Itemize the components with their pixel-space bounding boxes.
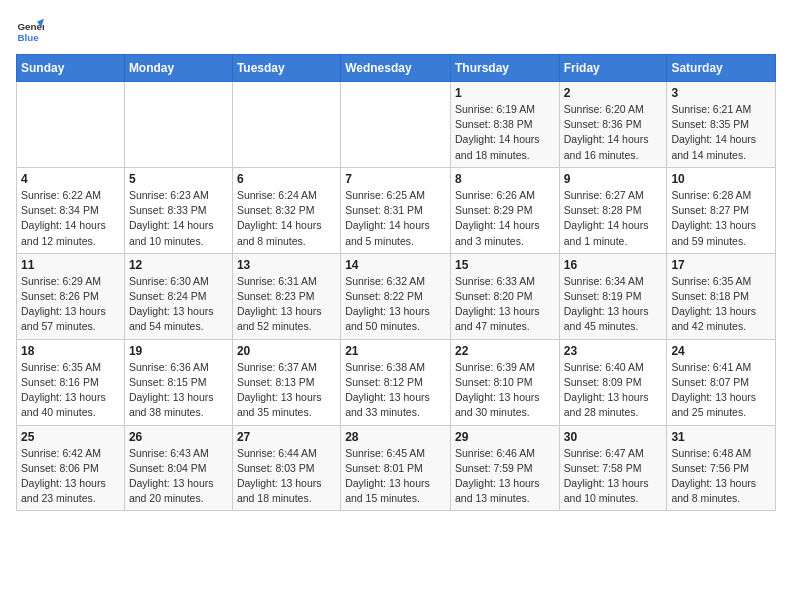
- calendar-cell: 15Sunrise: 6:33 AM Sunset: 8:20 PM Dayli…: [450, 253, 559, 339]
- day-number: 15: [455, 258, 555, 272]
- day-info: Sunrise: 6:48 AM Sunset: 7:56 PM Dayligh…: [671, 446, 771, 507]
- calendar-cell: [232, 82, 340, 168]
- day-number: 2: [564, 86, 663, 100]
- day-number: 8: [455, 172, 555, 186]
- calendar-cell: 5Sunrise: 6:23 AM Sunset: 8:33 PM Daylig…: [124, 167, 232, 253]
- day-info: Sunrise: 6:30 AM Sunset: 8:24 PM Dayligh…: [129, 274, 228, 335]
- day-header-tuesday: Tuesday: [232, 55, 340, 82]
- day-info: Sunrise: 6:21 AM Sunset: 8:35 PM Dayligh…: [671, 102, 771, 163]
- day-number: 13: [237, 258, 336, 272]
- day-info: Sunrise: 6:27 AM Sunset: 8:28 PM Dayligh…: [564, 188, 663, 249]
- calendar-cell: 29Sunrise: 6:46 AM Sunset: 7:59 PM Dayli…: [450, 425, 559, 511]
- day-number: 16: [564, 258, 663, 272]
- calendar-cell: 28Sunrise: 6:45 AM Sunset: 8:01 PM Dayli…: [341, 425, 451, 511]
- day-number: 30: [564, 430, 663, 444]
- day-info: Sunrise: 6:46 AM Sunset: 7:59 PM Dayligh…: [455, 446, 555, 507]
- calendar-cell: 27Sunrise: 6:44 AM Sunset: 8:03 PM Dayli…: [232, 425, 340, 511]
- calendar-cell: 1Sunrise: 6:19 AM Sunset: 8:38 PM Daylig…: [450, 82, 559, 168]
- calendar-cell: 21Sunrise: 6:38 AM Sunset: 8:12 PM Dayli…: [341, 339, 451, 425]
- calendar-cell: 10Sunrise: 6:28 AM Sunset: 8:27 PM Dayli…: [667, 167, 776, 253]
- day-number: 28: [345, 430, 446, 444]
- calendar-cell: [17, 82, 125, 168]
- calendar-body: 1Sunrise: 6:19 AM Sunset: 8:38 PM Daylig…: [17, 82, 776, 511]
- day-header-friday: Friday: [559, 55, 667, 82]
- calendar-cell: 26Sunrise: 6:43 AM Sunset: 8:04 PM Dayli…: [124, 425, 232, 511]
- day-info: Sunrise: 6:31 AM Sunset: 8:23 PM Dayligh…: [237, 274, 336, 335]
- page-header: General Blue: [16, 16, 776, 44]
- day-info: Sunrise: 6:25 AM Sunset: 8:31 PM Dayligh…: [345, 188, 446, 249]
- day-number: 17: [671, 258, 771, 272]
- calendar-cell: 22Sunrise: 6:39 AM Sunset: 8:10 PM Dayli…: [450, 339, 559, 425]
- day-number: 11: [21, 258, 120, 272]
- day-info: Sunrise: 6:22 AM Sunset: 8:34 PM Dayligh…: [21, 188, 120, 249]
- calendar-week-row: 25Sunrise: 6:42 AM Sunset: 8:06 PM Dayli…: [17, 425, 776, 511]
- day-number: 21: [345, 344, 446, 358]
- day-number: 6: [237, 172, 336, 186]
- day-info: Sunrise: 6:35 AM Sunset: 8:16 PM Dayligh…: [21, 360, 120, 421]
- day-header-sunday: Sunday: [17, 55, 125, 82]
- calendar-cell: 30Sunrise: 6:47 AM Sunset: 7:58 PM Dayli…: [559, 425, 667, 511]
- day-info: Sunrise: 6:19 AM Sunset: 8:38 PM Dayligh…: [455, 102, 555, 163]
- day-number: 31: [671, 430, 771, 444]
- day-number: 25: [21, 430, 120, 444]
- day-info: Sunrise: 6:23 AM Sunset: 8:33 PM Dayligh…: [129, 188, 228, 249]
- day-info: Sunrise: 6:34 AM Sunset: 8:19 PM Dayligh…: [564, 274, 663, 335]
- day-header-monday: Monday: [124, 55, 232, 82]
- calendar-cell: 7Sunrise: 6:25 AM Sunset: 8:31 PM Daylig…: [341, 167, 451, 253]
- calendar-week-row: 4Sunrise: 6:22 AM Sunset: 8:34 PM Daylig…: [17, 167, 776, 253]
- day-info: Sunrise: 6:37 AM Sunset: 8:13 PM Dayligh…: [237, 360, 336, 421]
- day-header-thursday: Thursday: [450, 55, 559, 82]
- day-info: Sunrise: 6:38 AM Sunset: 8:12 PM Dayligh…: [345, 360, 446, 421]
- calendar-cell: 8Sunrise: 6:26 AM Sunset: 8:29 PM Daylig…: [450, 167, 559, 253]
- calendar-cell: 16Sunrise: 6:34 AM Sunset: 8:19 PM Dayli…: [559, 253, 667, 339]
- day-info: Sunrise: 6:45 AM Sunset: 8:01 PM Dayligh…: [345, 446, 446, 507]
- day-number: 1: [455, 86, 555, 100]
- day-info: Sunrise: 6:24 AM Sunset: 8:32 PM Dayligh…: [237, 188, 336, 249]
- calendar-cell: [341, 82, 451, 168]
- calendar-week-row: 11Sunrise: 6:29 AM Sunset: 8:26 PM Dayli…: [17, 253, 776, 339]
- calendar-cell: 18Sunrise: 6:35 AM Sunset: 8:16 PM Dayli…: [17, 339, 125, 425]
- day-number: 3: [671, 86, 771, 100]
- logo: General Blue: [16, 16, 48, 44]
- day-number: 20: [237, 344, 336, 358]
- calendar-cell: 31Sunrise: 6:48 AM Sunset: 7:56 PM Dayli…: [667, 425, 776, 511]
- day-number: 7: [345, 172, 446, 186]
- svg-text:Blue: Blue: [17, 32, 39, 43]
- day-info: Sunrise: 6:28 AM Sunset: 8:27 PM Dayligh…: [671, 188, 771, 249]
- day-info: Sunrise: 6:32 AM Sunset: 8:22 PM Dayligh…: [345, 274, 446, 335]
- calendar-header-row: SundayMondayTuesdayWednesdayThursdayFrid…: [17, 55, 776, 82]
- day-number: 23: [564, 344, 663, 358]
- calendar-cell: [124, 82, 232, 168]
- calendar-cell: 6Sunrise: 6:24 AM Sunset: 8:32 PM Daylig…: [232, 167, 340, 253]
- day-number: 27: [237, 430, 336, 444]
- logo-icon: General Blue: [16, 16, 44, 44]
- calendar-week-row: 1Sunrise: 6:19 AM Sunset: 8:38 PM Daylig…: [17, 82, 776, 168]
- calendar-cell: 11Sunrise: 6:29 AM Sunset: 8:26 PM Dayli…: [17, 253, 125, 339]
- day-header-wednesday: Wednesday: [341, 55, 451, 82]
- day-info: Sunrise: 6:41 AM Sunset: 8:07 PM Dayligh…: [671, 360, 771, 421]
- calendar-cell: 13Sunrise: 6:31 AM Sunset: 8:23 PM Dayli…: [232, 253, 340, 339]
- day-number: 14: [345, 258, 446, 272]
- day-number: 12: [129, 258, 228, 272]
- day-info: Sunrise: 6:43 AM Sunset: 8:04 PM Dayligh…: [129, 446, 228, 507]
- calendar-cell: 14Sunrise: 6:32 AM Sunset: 8:22 PM Dayli…: [341, 253, 451, 339]
- calendar-cell: 19Sunrise: 6:36 AM Sunset: 8:15 PM Dayli…: [124, 339, 232, 425]
- day-number: 5: [129, 172, 228, 186]
- day-info: Sunrise: 6:29 AM Sunset: 8:26 PM Dayligh…: [21, 274, 120, 335]
- day-number: 19: [129, 344, 228, 358]
- day-number: 29: [455, 430, 555, 444]
- day-info: Sunrise: 6:33 AM Sunset: 8:20 PM Dayligh…: [455, 274, 555, 335]
- day-info: Sunrise: 6:26 AM Sunset: 8:29 PM Dayligh…: [455, 188, 555, 249]
- day-info: Sunrise: 6:42 AM Sunset: 8:06 PM Dayligh…: [21, 446, 120, 507]
- day-info: Sunrise: 6:36 AM Sunset: 8:15 PM Dayligh…: [129, 360, 228, 421]
- calendar-cell: 17Sunrise: 6:35 AM Sunset: 8:18 PM Dayli…: [667, 253, 776, 339]
- day-info: Sunrise: 6:20 AM Sunset: 8:36 PM Dayligh…: [564, 102, 663, 163]
- calendar-week-row: 18Sunrise: 6:35 AM Sunset: 8:16 PM Dayli…: [17, 339, 776, 425]
- calendar-cell: 24Sunrise: 6:41 AM Sunset: 8:07 PM Dayli…: [667, 339, 776, 425]
- calendar-cell: 20Sunrise: 6:37 AM Sunset: 8:13 PM Dayli…: [232, 339, 340, 425]
- day-number: 10: [671, 172, 771, 186]
- calendar-cell: 2Sunrise: 6:20 AM Sunset: 8:36 PM Daylig…: [559, 82, 667, 168]
- calendar-cell: 4Sunrise: 6:22 AM Sunset: 8:34 PM Daylig…: [17, 167, 125, 253]
- day-header-saturday: Saturday: [667, 55, 776, 82]
- day-number: 18: [21, 344, 120, 358]
